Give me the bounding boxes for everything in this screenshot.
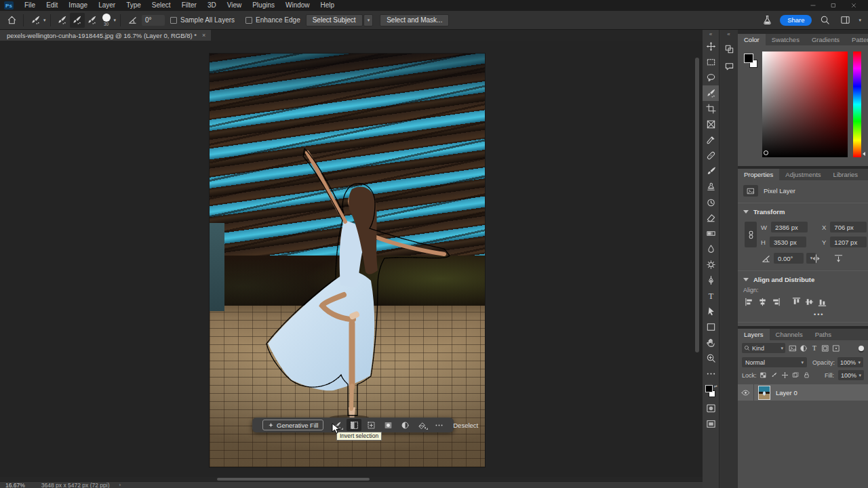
add-to-selection-icon[interactable]	[70, 13, 85, 28]
lock-paint-icon[interactable]	[769, 370, 780, 380]
tool-type[interactable]: T	[703, 288, 719, 304]
width-input[interactable]: 2386 px	[771, 222, 808, 232]
tab-color[interactable]: Color	[738, 34, 766, 45]
tool-move[interactable]	[703, 39, 719, 54]
layer-visibility-toggle[interactable]	[738, 384, 754, 401]
tool-lasso[interactable]	[703, 70, 719, 85]
tool-screen-mode[interactable]	[703, 416, 719, 432]
chevron-down-icon[interactable]: ▾	[859, 18, 861, 23]
panel-color-swatches[interactable]	[743, 53, 761, 70]
link-dimensions-icon[interactable]	[745, 222, 757, 247]
checkbox-sample-all-layers[interactable]: Sample All Layers	[170, 16, 235, 24]
align-left-button[interactable]	[743, 296, 756, 308]
tab-swatches[interactable]: Swatches	[766, 34, 806, 45]
foreground-color-swatch[interactable]	[744, 54, 753, 63]
menu-layer[interactable]: Layer	[93, 0, 121, 11]
select-subject-dropdown[interactable]: ▾	[363, 14, 374, 26]
filter-shape-icon[interactable]	[820, 343, 831, 353]
menu-view[interactable]: View	[222, 0, 248, 11]
tab-gradients[interactable]: Gradients	[806, 34, 846, 45]
tool-quick-mask[interactable]	[703, 401, 719, 416]
tool-history-brush[interactable]	[703, 195, 719, 210]
tab-adjustments[interactable]: Adjustments	[779, 169, 827, 180]
select-subject-button[interactable]: Select Subject	[306, 14, 363, 26]
tool-eraser[interactable]	[703, 210, 719, 226]
tool-clone-stamp[interactable]	[703, 179, 719, 195]
tab-properties[interactable]: Properties	[738, 169, 779, 180]
taskbar-more-button[interactable]	[431, 419, 446, 431]
collapse-strip-icon[interactable]: «	[719, 30, 738, 39]
hue-slider-marker[interactable]	[863, 152, 865, 156]
menu-select[interactable]: Select	[146, 0, 176, 11]
align-more-button[interactable]: •••	[814, 311, 824, 318]
canvas-area[interactable]: Generative Fill Deselect Invert selectio…	[0, 41, 703, 477]
comments-panel-icon[interactable]	[719, 59, 738, 74]
beta-flask-icon[interactable]	[760, 13, 774, 28]
tool-frame[interactable]	[703, 117, 719, 132]
filter-adjustment-icon[interactable]	[798, 343, 809, 353]
zoom-level-input[interactable]: 16.67%	[0, 482, 32, 488]
align-section-header[interactable]: Align and Distribute	[743, 276, 814, 283]
fill-input[interactable]: 100% ▾	[838, 370, 864, 380]
layer-row[interactable]: Layer 0	[738, 384, 868, 401]
transform-section-header[interactable]: Transform	[743, 208, 785, 216]
menu-image[interactable]: Image	[63, 0, 93, 11]
menu-plugins[interactable]: Plugins	[247, 0, 280, 11]
close-icon[interactable]: ×	[202, 32, 205, 39]
horizontal-scrollbar-thumb[interactable]	[217, 478, 370, 481]
tab-paths[interactable]: Paths	[809, 329, 837, 340]
lock-transparent-icon[interactable]	[758, 370, 769, 380]
layer-thumbnail[interactable]	[758, 386, 770, 400]
status-arrow-icon[interactable]: ›	[110, 482, 121, 488]
foreground-color-swatch[interactable]	[705, 385, 713, 392]
checkbox-icon[interactable]	[170, 17, 177, 24]
tool-rectangle[interactable]	[703, 319, 719, 335]
tool-more[interactable]	[703, 366, 719, 382]
x-input[interactable]: 706 px	[830, 222, 867, 232]
deselect-button[interactable]: Deselect	[453, 422, 478, 429]
menu-filter[interactable]: Filter	[176, 0, 202, 11]
tool-pen[interactable]	[703, 272, 719, 288]
tab-channels[interactable]: Channels	[770, 329, 809, 340]
align-right-button[interactable]	[769, 296, 782, 308]
lock-artboard-icon[interactable]	[791, 370, 802, 380]
foreground-background-swatches[interactable]: ⇄	[703, 383, 719, 401]
photoshop-logo[interactable]: Ps	[4, 1, 14, 9]
align-center-h-button[interactable]	[756, 296, 769, 308]
blend-mode-select[interactable]: Normal ▾	[742, 357, 807, 367]
swap-colors-icon[interactable]: ⇄	[714, 384, 717, 388]
opacity-input[interactable]: 100% ▾	[837, 357, 863, 367]
workspace-icon[interactable]	[837, 13, 852, 28]
hue-slider[interactable]	[853, 52, 861, 157]
chevron-down-icon[interactable]: ▾	[43, 18, 46, 23]
tool-marquee[interactable]	[703, 54, 719, 70]
tool-dodge[interactable]	[703, 257, 719, 272]
tool-gradient[interactable]	[703, 226, 719, 241]
tool-healing[interactable]	[703, 148, 719, 163]
close-button[interactable]	[846, 1, 861, 10]
menu-window[interactable]: Window	[280, 0, 315, 11]
tool-preset-icon[interactable]	[28, 13, 43, 28]
photo-document[interactable]	[210, 54, 485, 467]
taskbar-invert-selection-button[interactable]	[347, 419, 361, 431]
color-picker-marker[interactable]	[764, 150, 768, 155]
minimize-button[interactable]	[806, 1, 821, 10]
select-and-mask-button[interactable]: Select and Mask...	[380, 14, 449, 26]
taskbar-mask-button[interactable]	[380, 419, 395, 431]
taskbar-adjustment-button[interactable]	[397, 419, 412, 431]
brush-size-picker[interactable]: 30	[100, 14, 113, 26]
generative-fill-button[interactable]: Generative Fill	[262, 420, 323, 430]
tool-zoom[interactable]	[703, 350, 719, 366]
tab-libraries[interactable]: Libraries	[827, 169, 864, 180]
tab-layers[interactable]: Layers	[738, 329, 770, 340]
flip-h-button[interactable]	[811, 253, 821, 264]
subtract-from-selection-icon[interactable]	[85, 13, 100, 28]
tool-brush[interactable]	[703, 163, 719, 179]
flip-v-button[interactable]	[833, 253, 844, 264]
filter-smart-object-icon[interactable]	[831, 343, 842, 353]
chevron-down-icon[interactable]: ▾	[114, 18, 117, 23]
search-icon[interactable]	[817, 13, 832, 28]
align-bottom-button[interactable]	[816, 296, 829, 308]
checkbox-icon[interactable]	[245, 17, 252, 24]
vertical-scrollbar[interactable]	[695, 58, 699, 352]
